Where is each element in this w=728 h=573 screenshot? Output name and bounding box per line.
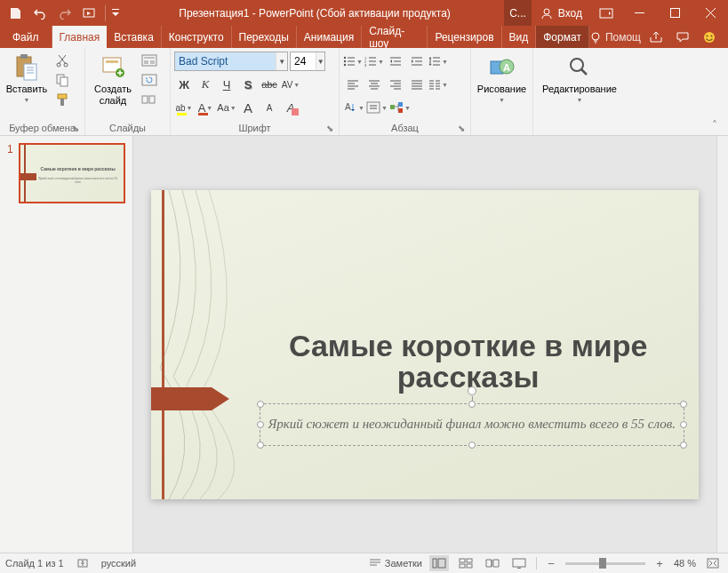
resize-handle-n[interactable] [468,401,476,408]
font-size-input[interactable] [291,55,316,68]
font-name-input[interactable] [175,52,276,70]
smiley-icon[interactable] [698,27,721,48]
reading-view-icon[interactable] [483,555,502,571]
vertical-scrollbar[interactable] [716,136,728,553]
smartart-button[interactable]: ▼ [389,98,411,117]
tab-slideshow[interactable]: Слайд-шоу [362,26,428,48]
font-name-combo[interactable]: ▼ [174,52,288,71]
align-text-button[interactable]: ▼ [366,98,388,117]
zoom-slider[interactable] [565,562,645,565]
subtitle-textbox[interactable]: Яркий сюжет и неожиданный финал можно вм… [260,403,684,446]
numbering-button[interactable]: 123▼ [364,52,384,71]
thumbnail-pane[interactable]: 1 Самые короткие в мире рассказы Яркий с… [0,136,133,553]
font-size-dropdown-icon[interactable]: ▼ [316,52,324,70]
thumb-preview[interactable]: Самые короткие в мире рассказы Яркий сюж… [19,143,125,203]
decrease-indent-button[interactable] [386,52,405,71]
resize-handle-w[interactable] [257,421,264,428]
font-size-combo[interactable]: ▼ [290,52,325,71]
redo-icon[interactable] [53,3,76,24]
slide-title-text[interactable]: Самые короткие в мире рассказы [265,330,672,394]
align-left-button[interactable] [343,75,363,94]
reset-icon[interactable] [140,71,158,89]
underline-button[interactable]: Ч [217,75,236,94]
paragraph-launcher-icon[interactable]: ⬊ [455,123,467,134]
start-from-beginning-icon[interactable] [78,3,101,24]
slide-counter[interactable]: Слайд 1 из 1 [5,558,64,569]
copy-icon[interactable] [53,71,71,89]
tab-view[interactable]: Вид [502,26,537,48]
grow-font-button[interactable]: A [238,98,258,117]
tab-file[interactable]: Файл [0,26,52,48]
font-color-button[interactable]: А▼ [196,98,215,117]
text-direction-button[interactable]: A▼ [343,98,364,117]
font-name-dropdown-icon[interactable]: ▼ [276,52,287,70]
resize-handle-nw[interactable] [257,401,264,408]
customize-qat-icon[interactable] [109,3,122,24]
resize-handle-ne[interactable] [680,401,687,408]
editing-button[interactable]: Редактирование ▼ [537,52,622,107]
char-spacing-button[interactable]: AV▼ [281,75,300,94]
resize-handle-s[interactable] [468,442,476,449]
close-button[interactable] [692,0,728,26]
align-right-button[interactable] [386,75,405,94]
slide-editor[interactable]: Самые короткие в мире рассказы Яркий сюж… [133,136,716,553]
slide-thumb-1[interactable]: 1 Самые короткие в мире рассказы Яркий с… [7,143,125,203]
tab-animations[interactable]: Анимация [297,26,362,48]
highlight-button[interactable]: ab▼ [174,98,194,117]
shrink-font-button[interactable]: A [260,98,279,117]
save-icon[interactable] [4,3,27,24]
zoom-thumb[interactable] [599,558,606,569]
line-spacing-button[interactable]: ▼ [428,52,448,71]
slideshow-view-icon[interactable] [509,555,529,571]
normal-view-icon[interactable] [429,555,449,571]
tell-me-box[interactable]: Помощ [589,31,641,44]
rotate-handle[interactable] [468,386,476,395]
minimize-button[interactable] [621,0,657,26]
clear-formatting-button[interactable]: A [281,98,300,117]
zoom-in-icon[interactable]: + [652,556,667,570]
tab-insert[interactable]: Вставка [107,26,162,48]
sorter-view-icon[interactable] [456,555,476,571]
collapse-ribbon-icon[interactable]: ˄ [712,119,724,131]
increase-indent-button[interactable] [407,52,427,71]
subtitle-text[interactable]: Яркий сюжет и неожиданный финал можно вм… [268,417,675,432]
drawing-button[interactable]: A Рисование ▼ [475,52,529,107]
resize-handle-e[interactable] [680,421,687,428]
align-center-button[interactable] [364,75,384,94]
change-case-button[interactable]: Aa▼ [217,98,236,117]
section-icon[interactable] [140,91,158,108]
ribbon-display-options-icon[interactable] [591,0,621,26]
account-compact[interactable]: С... [504,0,532,26]
language-indicator[interactable]: русский [101,558,136,569]
paste-button[interactable]: Вставить ▼ [4,52,50,107]
tab-format[interactable]: Формат [536,26,589,48]
format-painter-icon[interactable] [53,91,71,108]
maximize-button[interactable] [657,0,692,26]
font-launcher-icon[interactable]: ⬊ [324,123,335,134]
shadow-button[interactable]: S [238,75,258,94]
justify-button[interactable] [407,75,427,94]
tab-transitions[interactable]: Переходы [232,26,297,48]
strikethrough-button[interactable]: abc [260,75,279,94]
bold-button[interactable]: Ж [174,75,194,94]
clipboard-launcher-icon[interactable]: ⬊ [69,123,81,134]
tab-review[interactable]: Рецензиров [428,26,501,48]
resize-handle-se[interactable] [680,442,687,449]
zoom-level[interactable]: 48 % [674,558,696,569]
italic-button[interactable]: К [196,75,215,94]
notes-button[interactable]: Заметки [369,558,422,569]
tab-home[interactable]: Главная [52,26,108,48]
bullets-button[interactable]: ▼ [343,52,363,71]
columns-button[interactable]: ▼ [428,75,448,94]
slide-canvas[interactable]: Самые короткие в мире рассказы Яркий сюж… [151,190,699,499]
accessibility-icon[interactable] [76,557,89,569]
comments-icon[interactable] [671,27,694,48]
sign-in-button[interactable]: Вход [532,0,591,26]
undo-icon[interactable] [28,3,52,24]
cut-icon[interactable] [53,52,71,69]
resize-handle-sw[interactable] [257,442,264,449]
tab-design[interactable]: Конструкто [162,26,232,48]
new-slide-button[interactable]: Создать слайд [89,52,137,108]
zoom-out-icon[interactable]: − [544,556,558,570]
fit-to-window-icon[interactable] [703,555,723,571]
